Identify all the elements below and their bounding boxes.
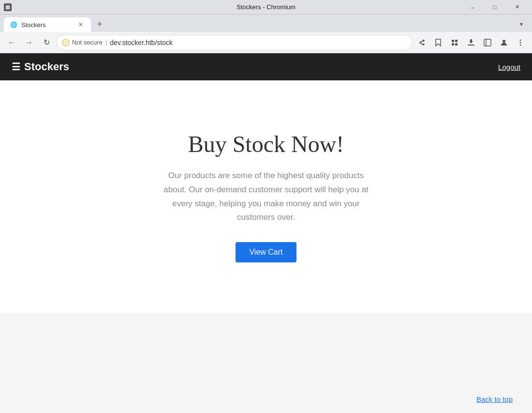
downloads-button[interactable] [463,35,479,50]
site-brand: ☰ Stockers [12,61,69,73]
tab-bar-right: ▾ [515,17,532,32]
svg-rect-3 [6,8,10,9]
site-navbar: ☰ Stockers Logout [0,53,532,80]
brand-name: Stockers [24,61,69,73]
tab-menu-button[interactable]: ▾ [515,17,528,31]
new-tab-button[interactable]: + [93,17,106,31]
menu-button[interactable] [513,35,528,50]
page-content: ☰ Stockers Logout Buy Stock Now! Our pro… [0,53,532,413]
svg-rect-2 [6,7,10,8]
logout-link[interactable]: Logout [498,63,520,71]
site-footer: Back to top [0,313,532,413]
sidebar-button[interactable] [480,35,495,50]
back-button[interactable]: ← [4,35,19,50]
svg-text:!: ! [65,40,67,45]
profile-button[interactable] [496,35,512,50]
omnibox-actions [414,35,528,50]
svg-marker-12 [469,39,473,44]
omnibox-bar: ← → ↻ ! Not secure | dev.stocker.htb/sto… [0,32,532,53]
maximize-button[interactable]: □ [484,0,506,15]
svg-rect-9 [452,43,454,46]
app-icon [4,3,12,11]
svg-rect-1 [6,6,10,7]
security-icon: ! Not secure [62,39,103,46]
view-cart-button[interactable]: View Cart [236,242,296,262]
share-button[interactable] [414,35,429,50]
svg-rect-11 [468,45,474,46]
svg-point-16 [520,39,521,41]
hero-description: Our products are some of the highest qua… [157,169,375,225]
omnibox-url: dev.stocker.htb/stock [110,39,173,46]
window-left [4,3,12,11]
brand-icon: ☰ [12,61,20,73]
active-tab[interactable]: 🌐 Stockers ✕ [4,17,91,32]
tab-bar: 🌐 Stockers ✕ + ▾ [0,15,532,32]
omnibox[interactable]: ! Not secure | dev.stocker.htb/stock [56,35,412,50]
url-separator: | [105,39,107,46]
hero-title: Buy Stock Now! [188,131,344,157]
bookmark-button[interactable] [430,35,446,50]
svg-point-18 [520,44,521,46]
minimize-button[interactable]: – [461,0,484,15]
site-main: Buy Stock Now! Our products are some of … [0,80,532,313]
svg-point-15 [502,40,505,43]
tab-close-button[interactable]: ✕ [76,20,85,29]
svg-rect-10 [455,43,458,46]
svg-point-17 [520,42,521,43]
tab-favicon: 🌐 [10,21,17,29]
svg-marker-6 [436,39,441,46]
tab-label: Stockers [21,21,46,29]
window-title: Stockers - Chromium [236,3,296,11]
forward-button[interactable]: → [21,35,37,50]
window-controls: – □ ✕ [461,0,528,15]
security-label: Not secure [72,39,103,46]
svg-rect-7 [452,40,454,42]
window-chrome: Stockers - Chromium – □ ✕ [0,0,532,15]
extensions-button[interactable] [447,35,462,50]
svg-rect-13 [484,39,491,46]
reload-button[interactable]: ↻ [39,35,54,50]
back-to-top-link[interactable]: Back to top [476,395,513,403]
svg-rect-8 [455,40,458,42]
close-button[interactable]: ✕ [506,0,528,15]
